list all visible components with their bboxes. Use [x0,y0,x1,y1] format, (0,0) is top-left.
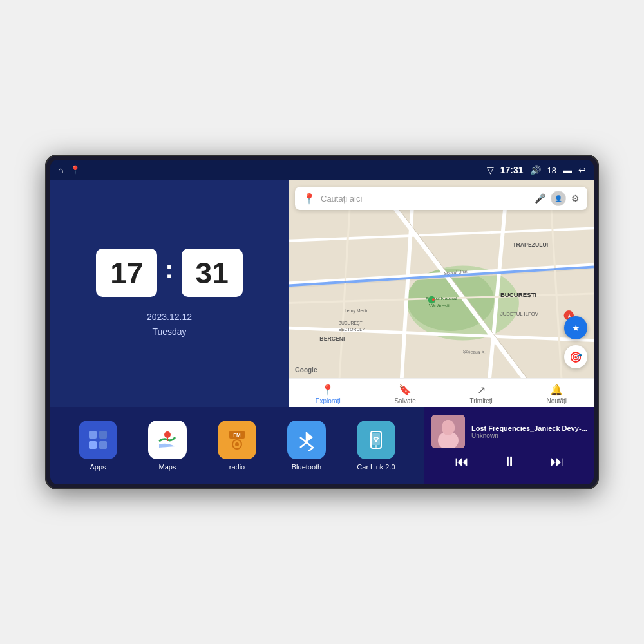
map-search-bar[interactable]: 📍 Căutați aici 🎤 👤 ⚙ [295,187,587,210]
map-location-button[interactable]: 🎯 [564,345,587,368]
date-display: 2023.12.12 Tuesday [147,310,192,339]
status-bar: ⌂ 📍 ▽ 17:31 🔊 18 ▬ ↩ [50,160,594,180]
svg-text:BUCUREȘTI: BUCUREȘTI [500,291,537,298]
clock-display: 17 : 31 [96,249,242,297]
radio-label: radio [229,463,245,471]
map-nav-saved[interactable]: 🔖 Salvate [394,384,415,404]
maps-icon-bg [148,421,187,459]
maps-label: Maps [159,463,176,471]
music-prev-button[interactable]: ⏮ [455,453,469,470]
clock-minute: 31 [182,249,243,297]
svg-text:BUCUREȘTI: BUCUREȘTI [338,321,363,326]
main-content: 17 : 31 2023.12.12 Tuesday [50,180,594,484]
apps-icon-bg [79,421,117,459]
svg-text:FM: FM [233,432,241,438]
map-nav-news[interactable]: 🔔 Noutăți [546,384,567,404]
back-icon[interactable]: ↩ [578,165,586,175]
status-right-icons: ▽ 17:31 🔊 18 ▬ ↩ [487,165,586,175]
maps-icon[interactable]: 📍 [70,165,80,175]
home-icon[interactable]: ⌂ [58,165,63,175]
status-time: 17:31 [500,165,524,175]
app-icon-bluetooth[interactable]: Bluetooth [287,421,326,471]
music-artist: Unknown [471,432,587,439]
music-info-row: Lost Frequencies_Janieck Devy-... Unknow… [431,415,587,448]
apps-label: Apps [90,463,106,471]
explore-icon: 📍 [321,384,334,396]
battery-icon: ▬ [563,165,572,175]
saved-icon: 🔖 [399,384,412,396]
svg-text:📍: 📍 [430,298,437,304]
music-thumb-image [431,415,465,448]
google-logo: Google [295,366,317,374]
device-frame: ⌂ 📍 ▽ 17:31 🔊 18 ▬ ↩ 17 : 31 [45,155,599,489]
map-background: TRAPEZULUI BUCUREȘTI JUDEȚUL ILFOV BERCE… [289,180,594,407]
map-pin-icon: 📍 [303,193,316,205]
volume-level: 18 [547,166,556,175]
status-left-icons: ⌂ 📍 [58,165,80,175]
svg-text:BERCENI: BERCENI [319,336,345,342]
music-controls: ⏮ ⏸ ⏭ [431,453,587,470]
svg-point-40 [235,442,239,446]
date-text: 2023.12.12 [147,310,192,324]
day-text: Tuesday [147,325,192,339]
device-screen: ⌂ 📍 ▽ 17:31 🔊 18 ▬ ↩ 17 : 31 [50,160,594,484]
clock-hour: 17 [96,249,157,297]
svg-point-45 [375,445,377,448]
music-text: Lost Frequencies_Janieck Devy-... Unknow… [471,424,587,439]
send-label: Trimiteți [470,397,493,404]
app-icon-maps[interactable]: Maps [148,421,187,471]
svg-rect-31 [99,431,107,439]
bluetooth-icon-bg [287,421,326,459]
volume-icon: 🔊 [530,165,541,175]
music-play-button[interactable]: ⏸ [502,453,516,470]
svg-rect-30 [89,431,97,439]
carlink-icon-bg [357,421,395,459]
send-icon: ↗ [477,384,486,396]
signal-icon: ▽ [487,165,494,175]
news-icon: 🔔 [550,384,563,396]
map-avatar[interactable]: 👤 [551,191,566,206]
music-panel: Lost Frequencies_Janieck Devy-... Unknow… [424,407,594,484]
svg-rect-32 [89,441,97,449]
svg-text:TRAPEZULUI: TRAPEZULUI [513,242,548,248]
map-star-button[interactable]: ★ [564,316,587,339]
music-next-button[interactable]: ⏭ [550,453,564,470]
svg-point-50 [442,420,455,435]
map-nav-explore[interactable]: 📍 Explorați [316,384,341,404]
svg-point-35 [164,431,171,438]
music-thumbnail [431,415,465,448]
svg-point-46 [375,440,377,442]
map-settings-icon[interactable]: ⚙ [571,193,580,204]
app-icon-carlink[interactable]: Car Link 2.0 [357,421,395,471]
left-panel: 17 : 31 2023.12.12 Tuesday [50,180,289,407]
map-bottom-bar: 📍 Explorați 🔖 Salvate ↗ Trimiteți 🔔 [289,378,594,407]
svg-text:SECTORUL 4: SECTORUL 4 [338,327,365,332]
map-search-text[interactable]: Căutați aici [321,194,529,204]
top-row: 17 : 31 2023.12.12 Tuesday [50,180,594,407]
map-nav-send[interactable]: ↗ Trimiteți [470,384,493,404]
clock-colon: : [165,255,173,284]
music-title: Lost Frequencies_Janieck Devy-... [471,424,587,432]
news-label: Noutăți [546,397,567,404]
svg-text:Văcărești: Văcărești [429,303,450,308]
radio-icon-bg: FM [218,421,256,459]
saved-label: Salvate [394,397,415,404]
app-icon-apps[interactable]: Apps [79,421,117,471]
svg-text:Leroy Merlin: Leroy Merlin [345,308,368,314]
svg-rect-33 [99,441,107,449]
carlink-label: Car Link 2.0 [357,463,395,471]
explore-label: Explorați [316,397,341,404]
bluetooth-label: Bluetooth [292,463,321,471]
map-mic-icon[interactable]: 🎤 [535,193,545,204]
bottom-row: Apps [50,407,594,484]
apps-panel: Apps [50,407,424,484]
app-icon-radio[interactable]: FM radio [218,421,256,471]
map-panel[interactable]: TRAPEZULUI BUCUREȘTI JUDEȚUL ILFOV BERCE… [289,180,594,407]
svg-text:JUDEȚUL ILFOV: JUDEȚUL ILFOV [500,311,539,317]
